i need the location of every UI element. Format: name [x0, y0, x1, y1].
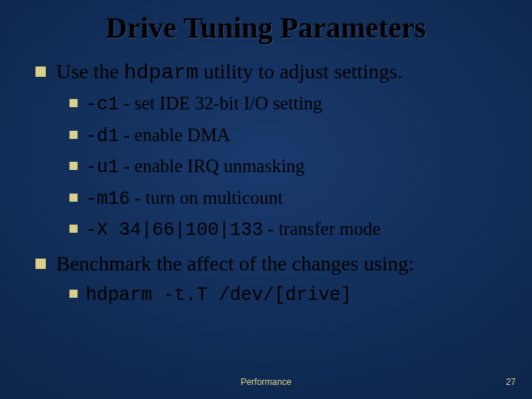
- text-pre: Use the: [56, 60, 124, 83]
- bullet-level2: -m16 - turn on multicount: [69, 186, 507, 212]
- square-bullet-icon: [69, 99, 78, 107]
- code-flag: -m16: [86, 188, 130, 210]
- slide-title: Drive Tuning Parameters: [0, 0, 532, 45]
- square-bullet-icon: [69, 225, 78, 233]
- text-pre: Benchmark the affect of the changes usin…: [56, 252, 415, 275]
- square-bullet-icon: [69, 290, 78, 298]
- footer-label: Performance: [0, 377, 532, 387]
- dash: -: [267, 219, 279, 239]
- dash: -: [123, 93, 134, 113]
- bullet-text: -c1 - set IDE 32-bit I/O setting: [86, 92, 322, 117]
- square-bullet-icon: [69, 131, 78, 139]
- slide-body: Use the hdparm utility to adjust setting…: [0, 45, 532, 307]
- code-flag: -X 34|66|100|133: [86, 219, 263, 241]
- bullet-level1: Benchmark the affect of the changes usin…: [35, 250, 507, 276]
- bullet-level2: -d1 - enable DMA: [69, 123, 507, 149]
- square-bullet-icon: [69, 162, 78, 170]
- bullet-text: Benchmark the affect of the changes usin…: [56, 250, 415, 276]
- bullet-level1: Use the hdparm utility to adjust setting…: [35, 58, 507, 86]
- flag-desc: transfer mode: [279, 219, 381, 239]
- code-flag: -c1: [86, 94, 119, 115]
- dash: -: [123, 156, 134, 176]
- bullet-text: -m16 - turn on multicount: [86, 186, 283, 212]
- bullet-level2: -c1 - set IDE 32-bit I/O setting: [69, 92, 507, 117]
- bullet-text: -X 34|66|100|133 - transfer mode: [86, 217, 381, 243]
- bullet-level2: -X 34|66|100|133 - transfer mode: [69, 217, 507, 243]
- bullet-level2: -u1 - enable IRQ unmasking: [69, 154, 507, 180]
- square-bullet-icon: [35, 259, 46, 269]
- bullet-text: -d1 - enable DMA: [86, 123, 231, 149]
- dash: -: [123, 125, 134, 145]
- code-inline: hdparm: [124, 61, 199, 84]
- flag-desc: enable DMA: [134, 125, 231, 145]
- page-number: 27: [506, 377, 516, 387]
- flag-desc: set IDE 32-bit I/O setting: [134, 93, 322, 113]
- dash: -: [134, 188, 146, 208]
- sub-bullet-list: hdparm -t.T /dev/[drive]: [35, 282, 507, 308]
- code-flag: -u1: [86, 157, 119, 178]
- code-flag: -d1: [86, 126, 119, 147]
- bullet-text: -u1 - enable IRQ unmasking: [86, 154, 304, 180]
- sub-bullet-list: -c1 - set IDE 32-bit I/O setting -d1 - e…: [35, 92, 507, 243]
- bullet-text: Use the hdparm utility to adjust setting…: [56, 58, 403, 86]
- bullet-text: hdparm -t.T /dev/[drive]: [86, 282, 352, 308]
- flag-desc: enable IRQ unmasking: [134, 156, 305, 176]
- square-bullet-icon: [69, 194, 78, 202]
- code-command: hdparm -t.T /dev/[drive]: [86, 284, 352, 306]
- square-bullet-icon: [35, 66, 46, 77]
- bullet-level2: hdparm -t.T /dev/[drive]: [69, 282, 507, 308]
- text-post: utility to adjust settings.: [199, 60, 403, 83]
- flag-desc: turn on multicount: [146, 188, 283, 208]
